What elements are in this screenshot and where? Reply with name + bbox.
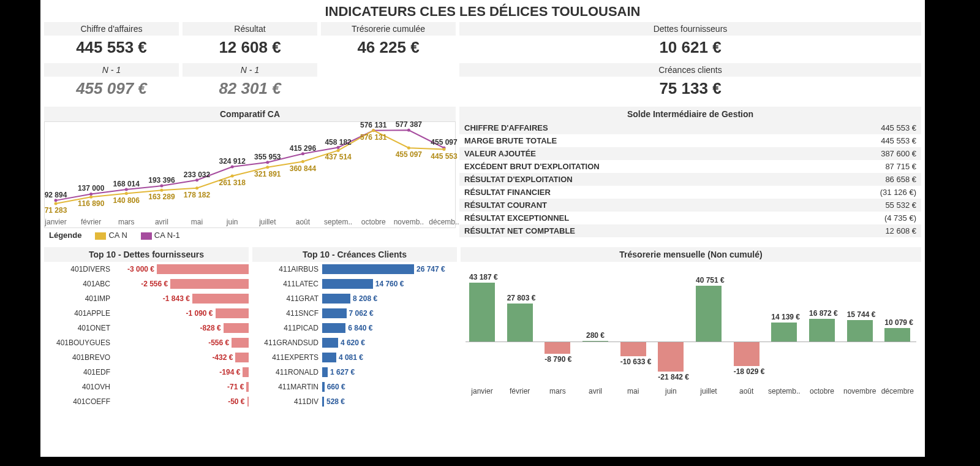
bar-row: 401OVH-71 € <box>44 380 249 394</box>
kpi-value: 445 553 € <box>44 36 179 61</box>
kpi-label: Chiffre d'affaires <box>44 22 179 36</box>
svg-point-0 <box>55 199 58 202</box>
svg-point-23 <box>443 148 446 151</box>
svg-point-14 <box>125 192 128 195</box>
bar-row: 401ABC-2 556 € <box>44 277 249 291</box>
page-title: INDICATEURS CLES LES DÉLICES TOULOUSAIN <box>40 0 925 22</box>
kpi-value: 82 301 € <box>183 77 317 102</box>
kpi-tresorerie: Trésorerie cumulée 46 225 € <box>321 22 456 61</box>
kpi-value: 75 133 € <box>459 77 921 102</box>
sig-row: VALEUR AJOUTÉE387 600 € <box>459 147 921 160</box>
bar-row: 401IMP-1 843 € <box>44 291 249 306</box>
sig-title: Solde Intermédiaire de Gestion <box>459 107 921 121</box>
kpi-row-2: N - 1 455 097 € N - 1 82 301 € Créances … <box>40 63 925 102</box>
bar-row: 411SNCF7 062 € <box>252 306 457 321</box>
dettes-chart[interactable]: 401DIVERS-3 000 €401ABC-2 556 €401IMP-1 … <box>44 262 249 409</box>
bar-row: 411GRANDSUD4 620 € <box>252 335 457 350</box>
kpi-label: N - 1 <box>183 63 317 77</box>
swatch-can1 <box>141 232 152 240</box>
bar-row: 401DIVERS-3 000 € <box>44 262 249 277</box>
bar-row: 411AIRBUS26 747 € <box>252 262 457 277</box>
svg-point-10 <box>407 129 410 132</box>
bar-row: 411GRAT8 208 € <box>252 291 457 306</box>
svg-point-3 <box>160 185 163 188</box>
svg-point-8 <box>337 146 340 149</box>
kpi-label: Créances clients <box>459 63 921 77</box>
kpi-creances: Créances clients 75 133 € <box>459 63 921 102</box>
bar-row: 411MARTIN660 € <box>252 380 457 394</box>
svg-point-7 <box>301 152 304 155</box>
kpi-resultat-n1: N - 1 82 301 € <box>183 63 317 102</box>
treso-title: Trésorerie mensuelle (Non cumulé) <box>461 247 921 262</box>
bar-row: 411EXPERTS4 081 € <box>252 350 457 365</box>
sig-row: RÉSULTAT COURANT55 532 € <box>459 199 921 212</box>
svg-point-2 <box>125 188 128 191</box>
sig-row: RÉSULTAT EXCEPTIONNEL(4 735 €) <box>459 212 921 224</box>
bar-row: 401COEFF-50 € <box>44 394 249 409</box>
sig-row: MARGE BRUTE TOTALE445 553 € <box>459 134 921 147</box>
legend: Légende CA N CA N-1 <box>44 228 456 242</box>
svg-point-18 <box>266 166 269 169</box>
bar-row: 401ONET-828 € <box>44 321 249 335</box>
svg-point-15 <box>160 189 163 192</box>
bar-row: 411RONALD1 627 € <box>252 365 457 380</box>
kpi-value: 455 097 € <box>44 77 179 102</box>
kpi-label: N - 1 <box>44 63 179 77</box>
kpi-ca-n1: N - 1 455 097 € <box>44 63 179 102</box>
kpi-resultat: Résultat 12 608 € <box>183 22 317 61</box>
kpi-label: Résultat <box>183 22 317 36</box>
svg-point-20 <box>337 149 340 152</box>
bar-row: 401BOUYGUES-556 € <box>44 335 249 350</box>
swatch-can <box>95 232 106 240</box>
sig-table: CHIFFRE D'AFFAIRES445 553 €MARGE BRUTE T… <box>459 121 921 237</box>
legend-can: CA N <box>95 231 127 240</box>
kpi-ca: Chiffre d'affaires 445 553 € <box>44 22 179 61</box>
svg-point-17 <box>231 175 234 178</box>
svg-point-19 <box>301 160 304 163</box>
svg-point-13 <box>89 196 92 199</box>
bar-row: 401EDF-194 € <box>44 365 249 380</box>
sig-row: RÉSULTAT D'EXPLOITATION86 658 € <box>459 173 921 186</box>
kpi-value: 12 608 € <box>183 36 317 61</box>
legend-title: Légende <box>49 231 81 240</box>
svg-point-21 <box>372 129 375 132</box>
creances-chart[interactable]: 411AIRBUS26 747 €411LATEC14 760 €411GRAT… <box>252 262 457 409</box>
bar-row: 411LATEC14 760 € <box>252 277 457 291</box>
treso-chart[interactable]: 43 187 €janvier27 803 €février-8 790 €ma… <box>461 262 921 398</box>
comparatif-chart[interactable]: janvierfévriermarsavrilmaijuinjuilletaoû… <box>44 121 456 228</box>
comparatif-title: Comparatif CA <box>44 107 456 121</box>
svg-point-22 <box>407 147 410 150</box>
kpi-dettes: Dettes fournisseurs 10 621 € <box>459 22 921 61</box>
dettes-title: Top 10 - Dettes fournisseurs <box>44 247 249 262</box>
sig-row: CHIFFRE D'AFFAIRES445 553 € <box>459 121 921 134</box>
svg-point-4 <box>195 178 198 181</box>
sig-row: RÉSULTAT FINANCIER(31 126 €) <box>459 186 921 199</box>
legend-can1: CA N-1 <box>141 231 180 240</box>
bar-row: 411DIV528 € <box>252 394 457 409</box>
svg-point-16 <box>195 186 198 189</box>
bar-row: 411PICAD6 840 € <box>252 321 457 335</box>
sig-row: EXCÉDENT BRUT D'EXPLOITATION87 715 € <box>459 160 921 173</box>
kpi-row-1: Chiffre d'affaires 445 553 € Résultat 12… <box>40 22 925 61</box>
bar-row: 401BREVO-432 € <box>44 350 249 365</box>
bar-row: 401APPLE-1 090 € <box>44 306 249 321</box>
svg-point-1 <box>89 193 92 196</box>
kpi-value: 46 225 € <box>321 36 456 61</box>
sig-row: RÉSULTAT NET COMPTABLE12 608 € <box>459 224 921 237</box>
creances-title: Top 10 - Créances Clients <box>252 247 457 262</box>
svg-point-5 <box>231 166 234 169</box>
kpi-label: Trésorerie cumulée <box>321 22 456 36</box>
kpi-label: Dettes fournisseurs <box>459 22 921 36</box>
svg-point-12 <box>55 202 58 205</box>
kpi-value: 10 621 € <box>459 36 921 61</box>
svg-point-6 <box>266 161 269 164</box>
